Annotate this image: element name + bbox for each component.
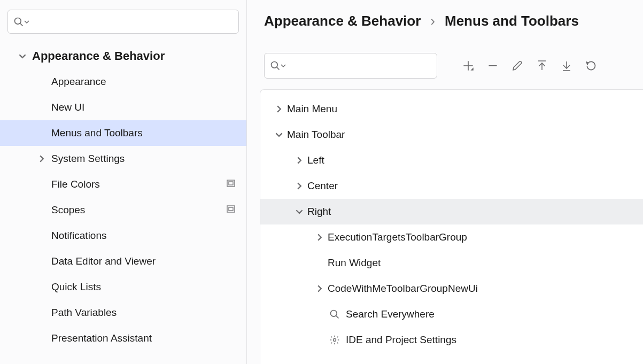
sidebar-item-label: Appearance xyxy=(51,76,106,88)
svg-point-0 xyxy=(15,18,21,24)
sidebar-item-label: Quick Lists xyxy=(51,281,101,293)
main-tree: Main MenuMain ToolbarLeftCenterRightExec… xyxy=(260,89,643,364)
sidebar-item-label: Presentation Assistant xyxy=(51,332,152,344)
main-pane: Appearance & Behavior › Menus and Toolba… xyxy=(247,0,643,364)
tree-row-label: Right xyxy=(307,206,331,218)
sidebar-item[interactable]: Quick Lists xyxy=(0,274,246,300)
main-toolbar xyxy=(264,53,643,79)
project-scope-icon xyxy=(226,204,236,216)
sidebar-item[interactable]: File Colors xyxy=(0,172,246,197)
breadcrumb-separator: › xyxy=(430,13,435,29)
tree-row-label: Run Widget xyxy=(328,257,381,269)
tree-row-label: IDE and Project Settings xyxy=(346,334,456,346)
chevron-down-icon[interactable] xyxy=(271,131,287,138)
main-search[interactable] xyxy=(264,53,437,79)
tree-row[interactable]: Main Toolbar xyxy=(260,122,643,148)
sidebar-item[interactable]: Notifications xyxy=(0,223,246,249)
sidebar-item-label: New UI xyxy=(51,102,84,113)
svg-rect-5 xyxy=(229,207,233,211)
chevron-right-icon[interactable] xyxy=(291,157,307,164)
svg-rect-4 xyxy=(227,206,235,212)
tree-row-label: Search Everywhere xyxy=(346,308,435,320)
chevron-right-icon[interactable] xyxy=(312,285,328,292)
sidebar-item[interactable]: Data Editor and Viewer xyxy=(0,249,246,274)
sidebar-item-label: System Settings xyxy=(51,153,125,165)
sidebar-item[interactable]: New UI xyxy=(0,95,246,120)
svg-rect-3 xyxy=(229,182,233,185)
chevron-right-icon[interactable] xyxy=(32,155,51,162)
tree-row-label: Main Menu xyxy=(287,103,337,115)
remove-button[interactable] xyxy=(481,55,505,76)
chevron-down-icon xyxy=(24,19,29,25)
sidebar-item-label: Notifications xyxy=(51,230,107,242)
tree-row[interactable]: Main Menu xyxy=(260,96,643,122)
sidebar-item[interactable]: Path Variables xyxy=(0,300,246,326)
svg-line-7 xyxy=(277,67,280,70)
tree-row[interactable]: ExecutionTargetsToolbarGroup xyxy=(260,224,643,250)
sidebar-item[interactable]: Presentation Assistant xyxy=(0,326,246,351)
sidebar-item[interactable]: Appearance & Behavior xyxy=(0,43,246,69)
svg-point-17 xyxy=(334,339,336,342)
breadcrumb-parent[interactable]: Appearance & Behavior xyxy=(264,13,421,29)
sidebar-item[interactable]: Scopes xyxy=(0,197,246,223)
sidebar-item-label: Data Editor and Viewer xyxy=(51,255,156,267)
svg-line-1 xyxy=(20,23,23,26)
chevron-down-icon[interactable] xyxy=(13,52,32,60)
svg-rect-2 xyxy=(227,180,235,187)
tree-row[interactable]: IDE and Project Settings xyxy=(260,327,643,353)
tree-row[interactable]: Right xyxy=(260,199,643,224)
tree-row[interactable]: Search Everywhere xyxy=(260,301,643,327)
search-icon xyxy=(328,309,342,320)
chevron-down-icon xyxy=(281,63,286,68)
breadcrumb-current: Menus and Toolbars xyxy=(445,13,579,29)
svg-point-6 xyxy=(272,62,278,68)
edit-button[interactable] xyxy=(506,55,529,76)
settings-sidebar: Appearance & BehaviorAppearanceNew UIMen… xyxy=(0,0,247,364)
toolbar-buttons xyxy=(456,55,603,76)
project-scope-icon xyxy=(226,179,236,191)
chevron-down-icon[interactable] xyxy=(291,208,307,215)
sidebar-item-label: Appearance & Behavior xyxy=(32,49,165,63)
tree-row[interactable]: CodeWithMeToolbarGroupNewUi xyxy=(260,276,643,301)
move-down-button[interactable] xyxy=(555,55,578,76)
chevron-right-icon[interactable] xyxy=(291,182,307,190)
sidebar-item-label: Path Variables xyxy=(51,307,117,319)
sidebar-item-label: Scopes xyxy=(51,204,85,216)
add-button[interactable] xyxy=(456,55,480,76)
sidebar-search-input[interactable] xyxy=(33,16,233,28)
sidebar-item[interactable]: Menus and Toolbars xyxy=(0,120,246,146)
chevron-right-icon[interactable] xyxy=(271,105,287,113)
sidebar-search[interactable] xyxy=(7,10,239,34)
sidebar-item[interactable]: Appearance xyxy=(0,69,246,95)
chevron-right-icon[interactable] xyxy=(312,234,328,241)
tree-row-label: Left xyxy=(307,154,324,166)
tree-row-label: ExecutionTargetsToolbarGroup xyxy=(328,231,467,243)
revert-button[interactable] xyxy=(579,55,603,76)
tree-row-label: Main Toolbar xyxy=(287,129,345,141)
tree-row[interactable]: Center xyxy=(260,173,643,199)
sidebar-item-label: File Colors xyxy=(51,179,100,190)
main-search-input[interactable] xyxy=(289,60,431,72)
sidebar-item[interactable]: System Settings xyxy=(0,146,246,172)
tree-row-label: Center xyxy=(307,180,338,192)
tree-row[interactable]: Run Widget xyxy=(260,250,643,276)
search-icon xyxy=(13,17,24,27)
svg-point-15 xyxy=(331,311,337,317)
sidebar-item-label: Menus and Toolbars xyxy=(51,127,143,139)
svg-line-16 xyxy=(336,316,339,319)
breadcrumb: Appearance & Behavior › Menus and Toolba… xyxy=(264,13,643,29)
gear-icon xyxy=(328,335,342,345)
search-icon xyxy=(270,60,281,71)
tree-row[interactable]: Left xyxy=(260,148,643,173)
tree-row-label: CodeWithMeToolbarGroupNewUi xyxy=(328,283,478,295)
sidebar-tree: Appearance & BehaviorAppearanceNew UIMen… xyxy=(0,43,246,364)
move-up-button[interactable] xyxy=(530,55,554,76)
